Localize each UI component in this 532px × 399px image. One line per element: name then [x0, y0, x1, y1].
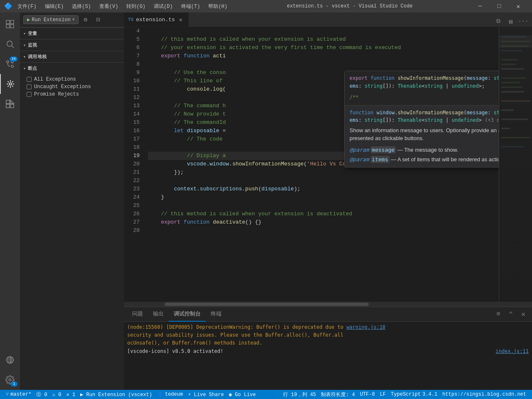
watch-header[interactable]: ▾ 监视: [20, 39, 124, 51]
minimap-content: [499, 27, 532, 302]
horizontal-scrollbar[interactable]: [124, 302, 532, 307]
status-encoding[interactable]: UTF-8: [357, 390, 377, 399]
menu-terminal[interactable]: 终端(T): [180, 2, 202, 11]
dropdown-arrow-icon: ▼: [72, 17, 75, 22]
svg-rect-3: [10, 25, 14, 28]
menu-select[interactable]: 选择(S): [70, 2, 93, 11]
debug-expand-icon[interactable]: ⊡: [93, 15, 103, 25]
panel-tab-problems[interactable]: 问题: [127, 307, 148, 322]
breakpoint-item-all[interactable]: All Exceptions: [20, 76, 124, 83]
activity-item-debug[interactable]: [0, 74, 20, 94]
app-icon: 🔷: [4, 2, 12, 10]
breakpoint-uncaught-checkbox[interactable]: [27, 84, 32, 89]
minimap[interactable]: [499, 27, 532, 302]
status-liveshare[interactable]: ⚡ Live Share: [185, 390, 226, 399]
split-editor-icon[interactable]: ⧉: [493, 16, 504, 27]
editor-content[interactable]: 4 5 6 7 8 9 10 11 12 13 14 15 16 17 18 1…: [124, 27, 532, 302]
activity-item-extensions[interactable]: [0, 94, 20, 114]
svg-point-4: [7, 41, 12, 47]
status-lang[interactable]: TypeScript 3.4.1: [388, 390, 440, 399]
activity-item-scm[interactable]: 16: [0, 54, 20, 74]
hscroll-thumb[interactable]: [165, 303, 369, 306]
param1-tag: @param: [350, 147, 369, 153]
svg-rect-29: [501, 128, 510, 129]
breakpoint-all-checkbox[interactable]: [27, 77, 32, 82]
run-extension-button[interactable]: ▶ Run Extension ▼: [23, 15, 79, 24]
editor-layout-icon[interactable]: ▤: [505, 16, 516, 27]
status-feedback[interactable]: https://singsi.blog.csdn.net: [440, 390, 529, 399]
breakpoint-promise-checkbox[interactable]: [27, 92, 32, 97]
variables-header[interactable]: ▾ 变量: [20, 28, 124, 39]
panel-close-icon[interactable]: ✕: [518, 309, 529, 320]
debug-settings-icon[interactable]: ⚙: [80, 15, 91, 25]
svg-rect-25: [501, 91, 524, 92]
panel-info-line: [vscode-icons] v8.5.0 activated! index.j…: [127, 347, 529, 355]
activity-item-search[interactable]: [0, 34, 20, 54]
panel-content[interactable]: (node:15560) [DEP0005] DeprecationWarnin…: [124, 322, 532, 390]
panel-wrap-icon[interactable]: ≡: [493, 309, 504, 320]
activity-item-settings[interactable]: 1: [0, 370, 20, 390]
menu-edit[interactable]: 编辑(E): [43, 2, 66, 11]
close-button[interactable]: ✕: [509, 0, 528, 12]
tab-bar: TS extension.ts ✕ ⧉ ▤ ···: [124, 12, 532, 27]
code-line-22: [148, 177, 499, 185]
play-icon: ▶: [27, 17, 30, 23]
more-actions-icon[interactable]: ···: [518, 16, 529, 27]
panel-tab-terminal[interactable]: 终端: [206, 307, 227, 322]
activity-item-remote[interactable]: [0, 350, 20, 370]
svg-rect-22: [501, 77, 526, 79]
tab-lang-icon: TS: [128, 17, 133, 22]
menu-view[interactable]: 查看(V): [98, 2, 120, 11]
breakpoint-item-promise[interactable]: Promise Rejects: [20, 91, 124, 98]
status-indent[interactable]: 制表符长度: 4: [318, 390, 357, 399]
menu-file[interactable]: 文件(F): [16, 2, 38, 11]
encoding-label: UTF-8: [360, 392, 375, 397]
status-golive[interactable]: ◉ Go Live: [227, 390, 259, 399]
callstack-section: ▾ 调用堆栈: [20, 51, 124, 62]
status-branch[interactable]: ⑂ master*: [3, 390, 34, 399]
breakpoint-item-uncaught[interactable]: Uncaught Exceptions: [20, 83, 124, 91]
breakpoint-promise-label: Promise Rejects: [34, 91, 79, 97]
code-line-6: // your extension is activated the very …: [148, 44, 499, 52]
position-label: 行 19，列 45: [283, 391, 316, 398]
activity-item-explorer[interactable]: [0, 14, 20, 34]
status-bar: ⑂ master* ⓪ 0 ⚠ 0 ✕ 1 ▶ Run Extension (v…: [0, 390, 532, 399]
tab-extension-ts[interactable]: TS extension.ts ✕: [124, 12, 189, 27]
svg-rect-16: [501, 41, 530, 42]
window-title: extension.ts - vscext - Visual Studio Co…: [229, 3, 470, 9]
svg-rect-23: [501, 82, 520, 83]
menu-help[interactable]: 帮助(H): [207, 2, 229, 11]
status-conflicts[interactable]: ✕ 1: [64, 390, 78, 399]
breakpoints-header[interactable]: ▾ 断点: [20, 63, 124, 74]
watch-label: 监视: [28, 42, 37, 48]
code-editor[interactable]: // this method is called when your exten…: [145, 27, 499, 302]
minimize-button[interactable]: ─: [470, 0, 490, 12]
status-run[interactable]: ▶ Run Extension (vscext): [78, 390, 155, 399]
maximize-button[interactable]: □: [490, 0, 509, 12]
info-link[interactable]: index.js:11: [496, 348, 529, 354]
menu-bar[interactable]: 文件(F) 编辑(E) 选择(S) 查看(V) 转到(G) 调试(D) 终端(T…: [16, 2, 229, 11]
lang-version: 3.4.1: [422, 392, 437, 397]
status-errors[interactable]: ⓪ 0: [34, 390, 49, 399]
tooltip-param1: @param message — The message to show.: [350, 146, 499, 154]
branch-icon: ⑂: [6, 392, 9, 397]
tab-close-button[interactable]: ✕: [177, 16, 184, 23]
callstack-header[interactable]: ▾ 调用堆栈: [20, 51, 124, 62]
watch-section: ▾ 监视: [20, 39, 124, 51]
panel-warning-line2: security and usability issues. Please us…: [127, 331, 529, 339]
panel-tab-debug-console[interactable]: 调试控制台: [169, 307, 206, 322]
warning-link1[interactable]: warning.js:18: [346, 324, 385, 330]
menu-goto[interactable]: 转到(G): [125, 2, 147, 11]
panel-warning-line1: (node:15560) [DEP0005] DeprecationWarnin…: [127, 323, 529, 331]
status-warnings[interactable]: ⚠ 0: [50, 390, 64, 399]
status-eol[interactable]: LF: [377, 390, 388, 399]
status-position[interactable]: 行 19，列 45: [281, 390, 318, 399]
panel-up-icon[interactable]: ⌃: [505, 309, 516, 320]
line-numbers: 4 5 6 7 8 9 10 11 12 13 14 15 16 17 18 1…: [124, 27, 145, 302]
window-controls[interactable]: ─ □ ✕: [470, 0, 528, 12]
menu-debug[interactable]: 调试(D): [152, 2, 175, 11]
code-line-25: [148, 202, 499, 210]
tooltip-sig-line3: /**: [350, 94, 499, 101]
status-user[interactable]: 👤 tedeum: [155, 390, 185, 399]
panel-tab-output[interactable]: 输出: [148, 307, 169, 322]
